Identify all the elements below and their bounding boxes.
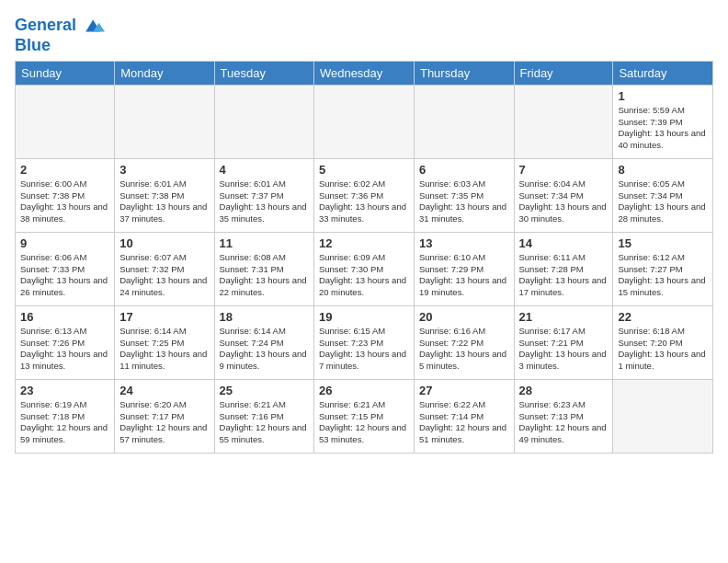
calendar-cell: 13Sunrise: 6:10 AM Sunset: 7:29 PM Dayli… — [414, 232, 514, 305]
calendar-cell: 6Sunrise: 6:03 AM Sunset: 7:35 PM Daylig… — [414, 158, 514, 232]
day-info: Sunrise: 5:59 AM Sunset: 7:39 PM Dayligh… — [618, 105, 708, 152]
calendar-cell: 15Sunrise: 6:12 AM Sunset: 7:27 PM Dayli… — [613, 232, 713, 305]
calendar-cell: 17Sunrise: 6:14 AM Sunset: 7:25 PM Dayli… — [115, 305, 214, 379]
day-number: 1 — [618, 89, 708, 103]
day-info: Sunrise: 6:14 AM Sunset: 7:25 PM Dayligh… — [119, 326, 209, 373]
day-number: 15 — [618, 236, 708, 250]
logo-text2: Blue — [15, 37, 105, 55]
day-info: Sunrise: 6:15 AM Sunset: 7:23 PM Dayligh… — [319, 326, 409, 373]
calendar-cell: 1Sunrise: 5:59 AM Sunset: 7:39 PM Daylig… — [613, 85, 713, 158]
day-header-sunday: Sunday — [16, 61, 115, 85]
day-info: Sunrise: 6:22 AM Sunset: 7:14 PM Dayligh… — [419, 399, 509, 446]
day-number: 13 — [419, 236, 509, 250]
day-info: Sunrise: 6:06 AM Sunset: 7:33 PM Dayligh… — [20, 252, 109, 299]
logo: General Blue — [15, 15, 105, 55]
day-number: 3 — [119, 163, 209, 177]
day-info: Sunrise: 6:03 AM Sunset: 7:35 PM Dayligh… — [419, 178, 509, 225]
day-info: Sunrise: 6:13 AM Sunset: 7:26 PM Dayligh… — [20, 326, 109, 373]
day-info: Sunrise: 6:19 AM Sunset: 7:18 PM Dayligh… — [20, 399, 109, 446]
calendar-cell — [613, 379, 713, 453]
calendar-cell: 4Sunrise: 6:01 AM Sunset: 7:37 PM Daylig… — [214, 158, 313, 232]
calendar-cell: 24Sunrise: 6:20 AM Sunset: 7:17 PM Dayli… — [115, 379, 214, 453]
day-info: Sunrise: 6:21 AM Sunset: 7:16 PM Dayligh… — [220, 399, 309, 446]
day-info: Sunrise: 6:11 AM Sunset: 7:28 PM Dayligh… — [519, 252, 609, 299]
day-number: 23 — [20, 384, 109, 397]
calendar-cell: 18Sunrise: 6:14 AM Sunset: 7:24 PM Dayli… — [214, 305, 313, 379]
day-header-thursday: Thursday — [414, 61, 514, 85]
calendar-cell: 16Sunrise: 6:13 AM Sunset: 7:26 PM Dayli… — [16, 305, 115, 379]
day-header-friday: Friday — [514, 61, 613, 85]
day-info: Sunrise: 6:05 AM Sunset: 7:34 PM Dayligh… — [618, 178, 708, 225]
day-number: 21 — [519, 310, 609, 324]
day-number: 9 — [20, 236, 109, 250]
calendar-cell: 8Sunrise: 6:05 AM Sunset: 7:34 PM Daylig… — [613, 158, 713, 232]
day-number: 24 — [119, 384, 209, 397]
calendar-cell: 20Sunrise: 6:16 AM Sunset: 7:22 PM Dayli… — [414, 305, 514, 379]
calendar-cell: 22Sunrise: 6:18 AM Sunset: 7:20 PM Dayli… — [613, 305, 713, 379]
day-number: 8 — [618, 163, 708, 177]
calendar-cell: 27Sunrise: 6:22 AM Sunset: 7:14 PM Dayli… — [414, 379, 514, 453]
calendar-cell: 25Sunrise: 6:21 AM Sunset: 7:16 PM Dayli… — [214, 379, 313, 453]
day-info: Sunrise: 6:09 AM Sunset: 7:30 PM Dayligh… — [319, 252, 409, 299]
calendar-cell: 5Sunrise: 6:02 AM Sunset: 7:36 PM Daylig… — [313, 158, 414, 232]
day-number: 11 — [220, 236, 309, 250]
calendar-cell — [115, 85, 214, 158]
day-header-monday: Monday — [115, 61, 214, 85]
day-number: 19 — [319, 310, 409, 324]
calendar-cell: 3Sunrise: 6:01 AM Sunset: 7:38 PM Daylig… — [115, 158, 214, 232]
calendar-cell — [414, 85, 514, 158]
day-number: 25 — [220, 384, 309, 397]
calendar-cell: 23Sunrise: 6:19 AM Sunset: 7:18 PM Dayli… — [16, 379, 115, 453]
day-number: 14 — [519, 236, 609, 250]
day-number: 4 — [220, 163, 309, 177]
day-number: 10 — [119, 236, 209, 250]
calendar-cell: 7Sunrise: 6:04 AM Sunset: 7:34 PM Daylig… — [514, 158, 613, 232]
day-number: 17 — [119, 310, 209, 324]
calendar-cell — [214, 85, 313, 158]
calendar-cell: 21Sunrise: 6:17 AM Sunset: 7:21 PM Dayli… — [514, 305, 613, 379]
day-info: Sunrise: 6:21 AM Sunset: 7:15 PM Dayligh… — [319, 399, 409, 446]
day-info: Sunrise: 6:16 AM Sunset: 7:22 PM Dayligh… — [419, 326, 509, 373]
calendar-week-1: 1Sunrise: 5:59 AM Sunset: 7:39 PM Daylig… — [16, 85, 713, 158]
day-number: 20 — [419, 310, 509, 324]
day-info: Sunrise: 6:20 AM Sunset: 7:17 PM Dayligh… — [119, 399, 209, 446]
day-info: Sunrise: 6:23 AM Sunset: 7:13 PM Dayligh… — [519, 399, 609, 446]
calendar-cell — [313, 85, 414, 158]
calendar-cell: 2Sunrise: 6:00 AM Sunset: 7:38 PM Daylig… — [16, 158, 115, 232]
calendar-cell — [16, 85, 115, 158]
day-number: 27 — [419, 384, 509, 397]
day-info: Sunrise: 6:04 AM Sunset: 7:34 PM Dayligh… — [519, 178, 609, 225]
calendar-cell — [514, 85, 613, 158]
day-number: 6 — [419, 163, 509, 177]
day-number: 16 — [20, 310, 109, 324]
day-number: 2 — [20, 163, 109, 177]
calendar-cell: 14Sunrise: 6:11 AM Sunset: 7:28 PM Dayli… — [514, 232, 613, 305]
calendar-cell: 26Sunrise: 6:21 AM Sunset: 7:15 PM Dayli… — [313, 379, 414, 453]
calendar-cell: 11Sunrise: 6:08 AM Sunset: 7:31 PM Dayli… — [214, 232, 313, 305]
day-info: Sunrise: 6:01 AM Sunset: 7:37 PM Dayligh… — [220, 178, 309, 225]
calendar-week-5: 23Sunrise: 6:19 AM Sunset: 7:18 PM Dayli… — [16, 379, 713, 453]
day-number: 26 — [319, 384, 409, 397]
calendar-cell: 10Sunrise: 6:07 AM Sunset: 7:32 PM Dayli… — [115, 232, 214, 305]
day-info: Sunrise: 6:00 AM Sunset: 7:38 PM Dayligh… — [20, 178, 109, 225]
calendar-cell: 12Sunrise: 6:09 AM Sunset: 7:30 PM Dayli… — [313, 232, 414, 305]
day-info: Sunrise: 6:08 AM Sunset: 7:31 PM Dayligh… — [220, 252, 309, 299]
calendar-week-4: 16Sunrise: 6:13 AM Sunset: 7:26 PM Dayli… — [16, 305, 713, 379]
day-number: 22 — [618, 310, 708, 324]
day-number: 28 — [519, 384, 609, 397]
day-header-wednesday: Wednesday — [313, 61, 414, 85]
calendar-table: SundayMondayTuesdayWednesdayThursdayFrid… — [15, 61, 713, 454]
day-info: Sunrise: 6:01 AM Sunset: 7:38 PM Dayligh… — [119, 178, 209, 225]
day-number: 12 — [319, 236, 409, 250]
day-info: Sunrise: 6:18 AM Sunset: 7:20 PM Dayligh… — [618, 326, 708, 373]
day-info: Sunrise: 6:12 AM Sunset: 7:27 PM Dayligh… — [618, 252, 708, 299]
day-info: Sunrise: 6:07 AM Sunset: 7:32 PM Dayligh… — [119, 252, 209, 299]
day-number: 18 — [220, 310, 309, 324]
day-number: 5 — [319, 163, 409, 177]
day-header-saturday: Saturday — [613, 61, 713, 85]
day-info: Sunrise: 6:17 AM Sunset: 7:21 PM Dayligh… — [519, 326, 609, 373]
calendar-cell: 9Sunrise: 6:06 AM Sunset: 7:33 PM Daylig… — [16, 232, 115, 305]
calendar-week-3: 9Sunrise: 6:06 AM Sunset: 7:33 PM Daylig… — [16, 232, 713, 305]
calendar-week-2: 2Sunrise: 6:00 AM Sunset: 7:38 PM Daylig… — [16, 158, 713, 232]
day-info: Sunrise: 6:14 AM Sunset: 7:24 PM Dayligh… — [220, 326, 309, 373]
